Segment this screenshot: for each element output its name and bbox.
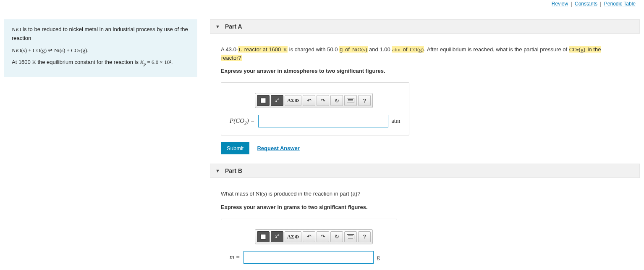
part-body: A 43.0-L reactor at 1600 K is charged wi… xyxy=(210,34,640,154)
greek-icon[interactable]: ΑΣΦ xyxy=(285,231,301,242)
entry-unit: g xyxy=(377,254,380,261)
answer-input[interactable] xyxy=(243,251,374,264)
question-segment: is charged with 50.0 xyxy=(288,46,339,53)
equation-toolbar: xaΑΣΦ↶↷↻? xyxy=(255,229,373,244)
caret-down-icon: ▼ xyxy=(215,24,220,29)
question-text: What mass of Ni(s) is produced in the re… xyxy=(221,190,629,198)
equation-toolbar: xaΑΣΦ↶↷↻? xyxy=(255,93,373,108)
svg-rect-2 xyxy=(261,234,266,239)
question-segment: L xyxy=(238,46,242,53)
answer-box: xaΑΣΦ↶↷↻?m =g xyxy=(221,219,397,270)
question-segment: Ni(s) xyxy=(256,191,267,197)
entry-label: P(CO2) = xyxy=(230,117,255,125)
periodic-table-link[interactable]: Periodic Table xyxy=(604,1,636,7)
top-nav-links: Review | Constants | Periodic Table xyxy=(0,0,644,7)
part-header[interactable]: ▼Part B xyxy=(210,164,640,178)
reset-icon[interactable]: ↻ xyxy=(330,95,343,106)
intro-text-1: is to be reduced to nickel metal in an i… xyxy=(12,26,188,41)
svg-rect-0 xyxy=(261,98,266,103)
separator: | xyxy=(599,1,602,7)
question-segment: and 1.00 xyxy=(368,46,392,53)
kelvin-symbol: K xyxy=(32,59,36,65)
question-segment: CO(g) xyxy=(409,46,424,53)
question-segment: of xyxy=(401,46,409,53)
express-instruction: Express your answer in atmospheres to tw… xyxy=(221,68,629,74)
reset-icon[interactable]: ↻ xyxy=(330,231,343,242)
express-instruction: Express your answer in grams to two sign… xyxy=(221,204,629,210)
question-segment: g xyxy=(339,46,343,53)
part-title: Part A xyxy=(225,23,242,30)
undo-icon[interactable]: ↶ xyxy=(303,95,315,106)
help-icon[interactable]: ? xyxy=(358,231,371,242)
submit-button[interactable]: Submit xyxy=(221,142,249,154)
question-segment: NiO(s) xyxy=(351,46,367,53)
kp-symbol: Kp xyxy=(140,59,146,65)
greek-icon[interactable]: ΑΣΦ xyxy=(285,95,301,106)
part-b: ▼Part BWhat mass of Ni(s) is produced in… xyxy=(210,164,640,270)
question-segment: What mass of xyxy=(221,191,256,197)
part-title: Part B xyxy=(225,167,242,174)
sqrt-icon[interactable]: xa xyxy=(271,95,283,106)
problem-intro: NiO is to be reduced to nickel metal in … xyxy=(4,19,197,77)
question-segment: CO₂(g) xyxy=(569,46,586,53)
keyboard-icon[interactable] xyxy=(344,231,357,242)
question-segment: reactor? xyxy=(221,55,242,61)
request-answer-link[interactable]: Request Answer xyxy=(257,145,299,151)
template-icon[interactable] xyxy=(257,95,270,106)
sqrt-icon[interactable]: xa xyxy=(271,231,283,242)
redo-icon[interactable]: ↷ xyxy=(317,95,329,106)
question-segment: atm xyxy=(392,46,401,53)
entry-row: m =g xyxy=(230,251,388,264)
redo-icon[interactable]: ↷ xyxy=(317,231,329,242)
undo-icon[interactable]: ↶ xyxy=(303,231,315,242)
entry-row: P(CO2) =atm xyxy=(230,115,401,127)
caret-down-icon: ▼ xyxy=(215,168,220,173)
submit-row: SubmitRequest Answer xyxy=(221,142,629,154)
part-header[interactable]: ▼Part A xyxy=(210,19,640,34)
question-text: A 43.0-L reactor at 1600 K is charged wi… xyxy=(221,45,629,62)
intro-text-2b: the equilibrium constant for the reactio… xyxy=(36,59,140,65)
constants-link[interactable]: Constants xyxy=(575,1,597,7)
keyboard-icon[interactable] xyxy=(344,95,357,106)
part-body: What mass of Ni(s) is produced in the re… xyxy=(210,178,640,270)
question-segment: . After equilibrium is reached, what is … xyxy=(424,46,569,53)
review-link[interactable]: Review xyxy=(552,1,568,7)
answer-box: xaΑΣΦ↶↷↻?P(CO2) =atm xyxy=(221,82,409,135)
question-segment: A 43.0- xyxy=(221,46,238,53)
question-segment: is produced in the reaction in part (a)? xyxy=(267,191,361,197)
question-segment: in the xyxy=(586,46,601,53)
answer-input[interactable] xyxy=(258,115,388,127)
separator: | xyxy=(570,1,573,7)
part-a: ▼Part AA 43.0-L reactor at 1600 K is cha… xyxy=(210,19,640,154)
entry-label: m = xyxy=(230,254,240,261)
reaction-equation: NiO(s) + CO(g) ⇌ Ni(s) + CO₂(g). xyxy=(12,46,190,55)
question-segment: of xyxy=(343,46,351,53)
intro-text-2a: At 1600 xyxy=(12,59,32,65)
question-segment: reactor at 1600 xyxy=(242,46,283,53)
help-icon[interactable]: ? xyxy=(358,95,371,106)
question-segment: K xyxy=(283,46,288,53)
entry-unit: atm xyxy=(392,118,401,124)
template-icon[interactable] xyxy=(257,231,270,242)
kp-value: = 6.0 × 10². xyxy=(146,59,173,65)
compound-nio: NiO xyxy=(12,26,21,32)
